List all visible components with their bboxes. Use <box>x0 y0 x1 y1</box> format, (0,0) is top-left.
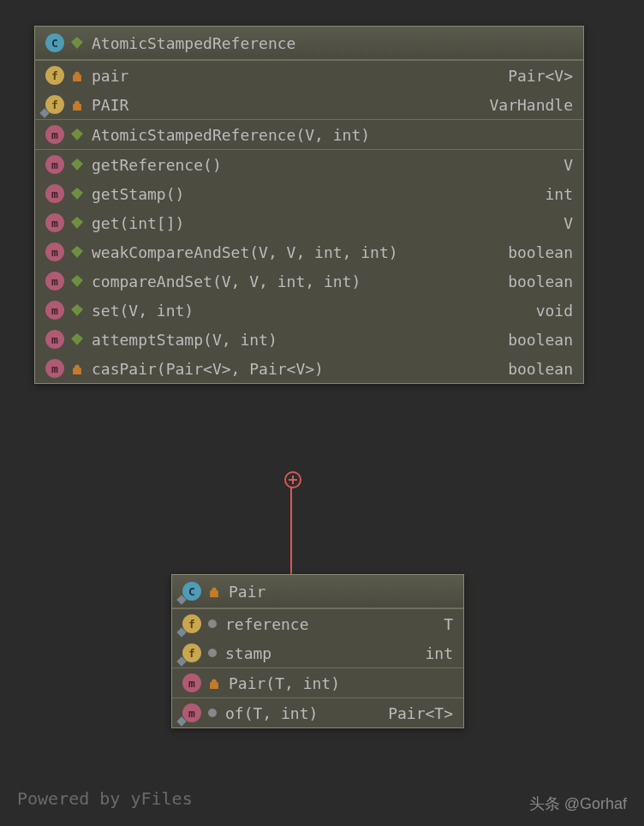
method-row: mgetStamp() int <box>35 179 583 208</box>
field-type: int <box>425 644 453 662</box>
visibility-public-icon <box>71 217 83 229</box>
method-row: mget(int[]) V <box>35 208 583 237</box>
visibility-public-icon <box>71 129 83 141</box>
field-type: VarHandle <box>489 96 573 114</box>
return-type: V <box>564 214 573 232</box>
return-type: V <box>564 156 573 174</box>
static-marker-icon <box>176 627 186 637</box>
field-icon: f <box>45 66 64 85</box>
method-icon: m <box>45 242 64 261</box>
method-row: mgetReference() V <box>35 150 583 179</box>
class-header: C Pair <box>172 575 463 608</box>
field-name: pair <box>92 67 128 85</box>
method-name: set(V, int) <box>92 302 194 320</box>
field-icon: f <box>182 614 201 633</box>
method-icon: m <box>45 125 64 144</box>
method-name: weakCompareAndSet(V, V, int, int) <box>92 243 398 261</box>
method-name: getReference() <box>92 156 222 174</box>
visibility-package-icon <box>208 649 217 657</box>
return-type: void <box>536 302 573 320</box>
method-row: mof(T, int) Pair<T> <box>172 698 463 727</box>
uml-connector-node-icon <box>284 471 301 488</box>
return-type: boolean <box>508 331 573 349</box>
method-row: mweakCompareAndSet(V, V, int, int) boole… <box>35 237 583 266</box>
method-name: attemptStamp(V, int) <box>92 331 277 349</box>
method-icon: m <box>45 330 64 349</box>
static-marker-icon <box>176 656 186 666</box>
method-name: compareAndSet(V, V, int, int) <box>92 272 361 290</box>
constructor-name: Pair(T, int) <box>229 674 340 692</box>
class-header: C AtomicStampedReference <box>35 27 583 60</box>
method-icon: m <box>45 184 64 203</box>
class-icon: C <box>45 33 64 52</box>
class-diagram-box: C Pair freference T fstamp int mPair(T, … <box>171 574 464 728</box>
constructor-row: m AtomicStampedReference(V, int) <box>35 120 583 149</box>
method-name: get(int[]) <box>92 214 184 232</box>
return-type: boolean <box>508 243 573 261</box>
field-type: Pair<V> <box>508 67 573 85</box>
return-type: int <box>545 185 573 203</box>
method-icon: m <box>182 703 201 722</box>
method-name: casPair(Pair<V>, Pair<V>) <box>92 360 324 378</box>
visibility-public-icon <box>71 304 83 316</box>
visibility-private-icon <box>208 677 220 689</box>
methods-section: mof(T, int) Pair<T> <box>172 697 463 727</box>
visibility-package-icon <box>208 620 217 628</box>
return-type: boolean <box>508 272 573 290</box>
field-row: freference T <box>172 609 463 638</box>
class-diagram-box: C AtomicStampedReference f pair Pair<V> … <box>34 26 584 384</box>
visibility-private-icon <box>71 362 83 374</box>
constructors-section: m AtomicStampedReference(V, int) <box>35 119 583 149</box>
fields-section: f pair Pair<V> f PAIR VarHandle <box>35 60 583 119</box>
constructors-section: mPair(T, int) <box>172 667 463 697</box>
visibility-public-icon <box>71 159 83 171</box>
visibility-private-icon <box>208 585 220 597</box>
static-marker-icon <box>39 108 49 117</box>
field-type: T <box>444 615 453 633</box>
visibility-public-icon <box>71 37 83 49</box>
method-icon: m <box>45 272 64 290</box>
fields-section: freference T fstamp int <box>172 608 463 667</box>
method-icon: m <box>45 301 64 320</box>
footer-watermark: 头条 @Gorhaf <box>529 793 627 814</box>
method-icon: m <box>45 155 64 174</box>
field-icon: f <box>182 643 201 662</box>
field-name: reference <box>225 615 309 633</box>
method-row: mcompareAndSet(V, V, int, int) boolean <box>35 266 583 296</box>
field-row: f PAIR VarHandle <box>35 90 583 119</box>
visibility-public-icon <box>71 333 83 345</box>
method-icon: m <box>45 213 64 232</box>
static-marker-icon <box>176 595 186 604</box>
constructor-row: mPair(T, int) <box>172 668 463 697</box>
return-type: Pair<T> <box>388 704 453 722</box>
return-type: boolean <box>508 360 573 378</box>
methods-section: mgetReference() V mgetStamp() int mget(i… <box>35 149 583 383</box>
method-row: mcasPair(Pair<V>, Pair<V>) boolean <box>35 354 583 383</box>
class-name: Pair <box>229 583 265 601</box>
visibility-package-icon <box>208 709 217 717</box>
field-name: PAIR <box>92 96 128 114</box>
method-icon: m <box>182 673 201 692</box>
visibility-public-icon <box>71 246 83 258</box>
class-name: AtomicStampedReference <box>92 34 295 52</box>
uml-connector-line <box>290 477 292 574</box>
visibility-private-icon <box>71 69 83 81</box>
visibility-private-icon <box>71 99 83 111</box>
field-icon: f <box>45 95 64 114</box>
class-icon: C <box>182 582 201 601</box>
field-name: stamp <box>225 644 271 662</box>
method-name: of(T, int) <box>225 704 318 722</box>
method-row: mattemptStamp(V, int) boolean <box>35 325 583 354</box>
field-row: fstamp int <box>172 638 463 667</box>
footer-powered-by: Powered by yFiles <box>17 788 193 809</box>
constructor-name: AtomicStampedReference(V, int) <box>92 126 370 144</box>
static-marker-icon <box>176 716 186 726</box>
visibility-public-icon <box>71 188 83 200</box>
visibility-public-icon <box>71 275 83 287</box>
method-row: mset(V, int) void <box>35 296 583 325</box>
field-row: f pair Pair<V> <box>35 61 583 90</box>
method-name: getStamp() <box>92 185 184 203</box>
method-icon: m <box>45 359 64 378</box>
